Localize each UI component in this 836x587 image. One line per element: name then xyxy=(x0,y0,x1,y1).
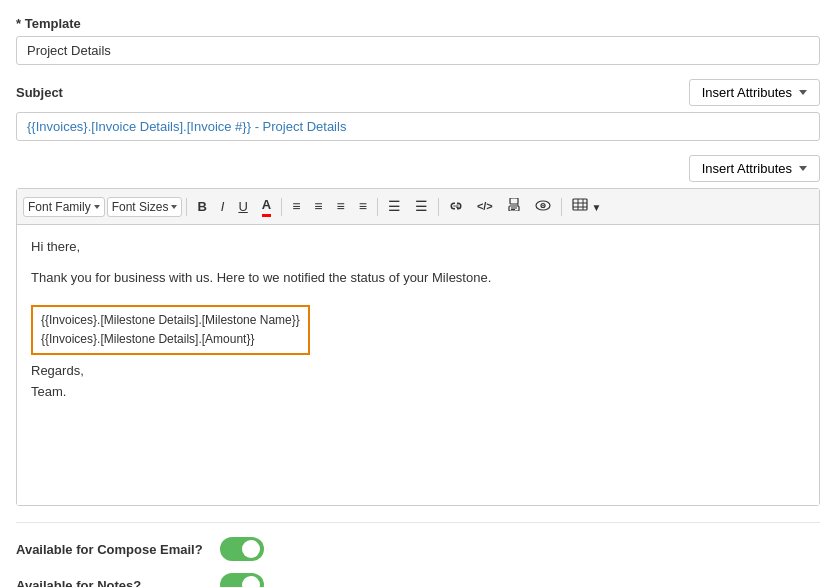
code-button[interactable]: </> xyxy=(471,196,499,217)
align-left-button[interactable]: ≡ xyxy=(286,194,306,220)
svg-rect-3 xyxy=(511,209,515,210)
notes-slider xyxy=(220,573,264,587)
compose-email-slider xyxy=(220,537,264,561)
milestone-block: {{Invoices}.[Milestone Details].[Milesto… xyxy=(31,305,310,355)
italic-button[interactable]: I xyxy=(215,195,231,219)
font-color-button[interactable]: A xyxy=(256,193,277,220)
toolbar-divider-4 xyxy=(438,198,439,216)
font-color-underline xyxy=(262,214,271,217)
notes-row: Available for Notes? xyxy=(16,573,820,587)
editor-insert-caret-icon xyxy=(799,166,807,171)
subject-label: Subject xyxy=(16,79,63,107)
editor-toolbar: Font Family Font Sizes B I U A ≡ ≡ ≡ ≡ ☰… xyxy=(17,189,819,225)
bold-button[interactable]: B xyxy=(191,195,212,219)
link-button[interactable] xyxy=(443,195,469,219)
notes-toggle[interactable] xyxy=(220,573,264,587)
template-field: * Template xyxy=(16,16,820,65)
template-input[interactable] xyxy=(16,36,820,65)
font-family-select[interactable]: Font Family xyxy=(23,197,105,217)
svg-point-4 xyxy=(517,204,519,206)
regards-text: Regards, xyxy=(31,363,84,378)
align-right-button[interactable]: ≡ xyxy=(331,194,351,220)
font-family-label: Font Family xyxy=(28,200,91,214)
underline-button[interactable]: U xyxy=(232,195,253,219)
svg-point-7 xyxy=(542,204,544,206)
editor-insert-attributes-button[interactable]: Insert Attributes xyxy=(689,155,820,182)
svg-rect-8 xyxy=(573,199,587,210)
font-color-a-icon: A xyxy=(262,196,271,217)
table-caret-icon: ▼ xyxy=(591,201,601,212)
preview-icon xyxy=(535,200,551,211)
list-ul-button[interactable]: ☰ xyxy=(382,194,407,220)
print-icon xyxy=(507,198,521,211)
editor-line-2-text: Thank you for business with us. Here to … xyxy=(31,270,491,285)
bottom-section: Available for Compose Email? Available f… xyxy=(16,522,820,587)
compose-email-label: Available for Compose Email? xyxy=(16,542,206,557)
editor-insert-row: Insert Attributes xyxy=(16,155,820,182)
subject-row: Subject Insert Attributes xyxy=(16,79,820,107)
font-sizes-caret-icon xyxy=(171,205,177,209)
font-sizes-label: Font Sizes xyxy=(112,200,169,214)
editor-line-2: Thank you for business with us. Here to … xyxy=(31,268,805,289)
editor-line-1: Hi there, xyxy=(31,237,805,258)
table-button[interactable]: ▼ xyxy=(566,195,608,219)
editor-regards: Regards, Team. xyxy=(31,361,805,403)
table-icon xyxy=(572,198,588,211)
rich-text-editor: Font Family Font Sizes B I U A ≡ ≡ ≡ ≡ ☰… xyxy=(16,188,820,506)
toolbar-divider-2 xyxy=(281,198,282,216)
editor-content[interactable]: Hi there, Thank you for business with us… xyxy=(17,225,819,505)
milestone-line-1: {{Invoices}.[Milestone Details].[Milesto… xyxy=(41,311,300,330)
editor-insert-label: Insert Attributes xyxy=(702,161,792,176)
team-text: Team. xyxy=(31,384,66,399)
font-family-caret-icon xyxy=(94,205,100,209)
subject-insert-label: Insert Attributes xyxy=(702,85,792,100)
template-label: * Template xyxy=(16,16,820,31)
align-center-button[interactable]: ≡ xyxy=(308,194,328,220)
milestone-line-2: {{Invoices}.[Milestone Details].[Amount}… xyxy=(41,330,300,349)
notes-label: Available for Notes? xyxy=(16,578,206,587)
font-sizes-select[interactable]: Font Sizes xyxy=(107,197,183,217)
align-justify-button[interactable]: ≡ xyxy=(353,194,373,220)
svg-rect-1 xyxy=(510,198,518,204)
print-button[interactable] xyxy=(501,195,527,219)
list-ol-button[interactable]: ☰ xyxy=(409,194,434,220)
toolbar-divider-5 xyxy=(561,198,562,216)
link-icon xyxy=(449,201,463,211)
toolbar-divider-3 xyxy=(377,198,378,216)
subject-insert-caret-icon xyxy=(799,90,807,95)
subject-value[interactable]: {{Invoices}.[Invoice Details].[Invoice #… xyxy=(16,112,820,141)
toolbar-divider-1 xyxy=(186,198,187,216)
svg-rect-2 xyxy=(511,207,517,208)
subject-insert-attributes-button[interactable]: Insert Attributes xyxy=(689,79,820,106)
subject-value-field: {{Invoices}.[Invoice Details].[Invoice #… xyxy=(16,112,820,141)
preview-button[interactable] xyxy=(529,195,557,219)
compose-email-row: Available for Compose Email? xyxy=(16,537,820,561)
compose-email-toggle[interactable] xyxy=(220,537,264,561)
